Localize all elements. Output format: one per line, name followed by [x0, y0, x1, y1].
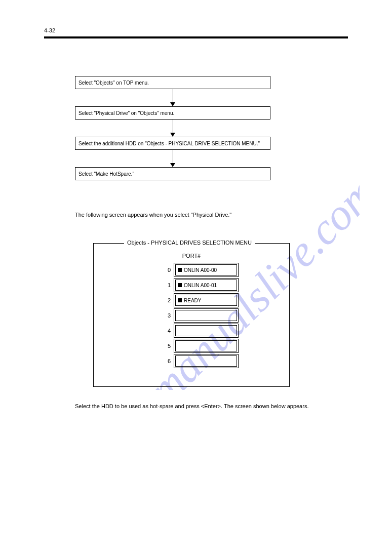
status-marker-icon: [178, 268, 182, 272]
drive-row: 3: [159, 308, 239, 323]
status-marker-icon: [178, 283, 182, 287]
drive-port-number: 6: [159, 358, 171, 364]
flow-arrow: [75, 89, 270, 106]
drive-port-number: 0: [159, 267, 171, 273]
status-marker-icon: [178, 298, 182, 302]
drive-slot: [174, 308, 239, 323]
flow-chart: Select "Objects" on TOP menu. Select "Ph…: [75, 76, 270, 180]
page-header: 4-32: [44, 25, 348, 38]
drive-row: 2 READY: [159, 293, 239, 307]
flow-arrow: [75, 150, 270, 167]
drive-slot: [174, 324, 239, 338]
drive-slot: [174, 354, 239, 368]
drive-slot: READY: [174, 293, 239, 307]
drive-slot: [174, 339, 239, 353]
flow-step-2: Select "Physical Drive" on "Objects" men…: [75, 106, 270, 120]
drive-list: 0 ONLIN A00-00 1 ONLIN A00-01 2 READY 3 …: [159, 263, 239, 369]
drive-port-number: 1: [159, 282, 171, 288]
flow-step-3: Select the additional HDD on "Objects - …: [75, 137, 270, 150]
drive-port-number: 4: [159, 328, 171, 334]
header-page-number: 4-32: [44, 27, 55, 33]
drive-port-number: 5: [159, 343, 171, 349]
paragraph-1: The following screen appears when you se…: [75, 211, 341, 219]
drive-port-number: 3: [159, 312, 171, 319]
flow-arrow: [75, 120, 270, 137]
flow-step-4: Select "Make HotSpare.": [75, 167, 270, 180]
figure-title: Objects - PHYSICAL DRIVES SELECTION MENU: [124, 240, 255, 246]
drive-slot: ONLIN A00-00: [174, 263, 239, 277]
drive-status-label: READY: [184, 298, 201, 303]
drive-status-label: ONLIN A00-00: [184, 267, 217, 273]
flow-step-1: Select "Objects" on TOP menu.: [75, 76, 270, 89]
paragraph-2: Select the HDD to be used as hot-spare a…: [75, 402, 341, 411]
drive-port-number: 2: [159, 297, 171, 303]
drive-row: 0 ONLIN A00-00: [159, 263, 239, 277]
header-rule: [44, 36, 348, 38]
port-column-label: PORT#: [94, 253, 289, 259]
drive-slot: ONLIN A00-01: [174, 278, 239, 292]
drive-status-label: ONLIN A00-01: [184, 283, 217, 288]
drive-row: 5: [159, 339, 239, 353]
drive-row: 4: [159, 324, 239, 338]
drive-row: 6: [159, 354, 239, 368]
drive-row: 1 ONLIN A00-01: [159, 278, 239, 292]
drive-selection-figure: Objects - PHYSICAL DRIVES SELECTION MENU…: [93, 243, 290, 387]
